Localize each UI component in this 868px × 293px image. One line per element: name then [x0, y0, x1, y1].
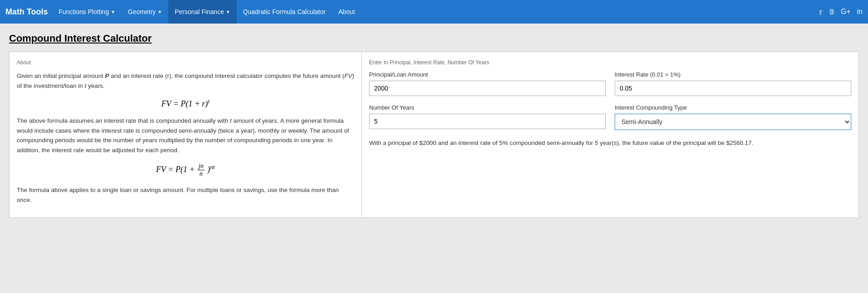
principal-input[interactable] [369, 81, 606, 96]
compounding-label: Interest Compounding Type [615, 104, 851, 111]
nav-item-personal-finance[interactable]: Personal Finance ▼ [168, 0, 237, 24]
geometry-dropdown-icon: ▼ [157, 10, 162, 14]
navbar: Math Tools Functions Plotting ▼ Geometry… [0, 0, 868, 24]
functions-plotting-dropdown-icon: ▼ [111, 10, 115, 14]
nav-items: Functions Plotting ▼ Geometry ▼ Personal… [52, 0, 819, 24]
about-body: The above formula assumes an interest ra… [17, 116, 354, 155]
years-group: Number Of Years [369, 104, 606, 130]
years-label: Number Of Years [369, 104, 606, 111]
right-panel: Enter In Principal, Interest Rate, Numbe… [362, 52, 859, 218]
google-plus-icon[interactable]: G+ [841, 8, 851, 16]
right-panel-label: Enter In Principal, Interest Rate, Numbe… [369, 59, 851, 66]
compounding-group: Interest Compounding Type Annually Semi-… [615, 104, 851, 130]
twitter-icon[interactable]: 𝕣 [819, 8, 823, 16]
form-row-2: Number Of Years Interest Compounding Typ… [369, 104, 851, 130]
facebook-icon[interactable]: 𝔹 [829, 8, 835, 16]
linkedin-icon[interactable]: in [857, 8, 863, 16]
principal-label: Principal/Loan Amount [369, 71, 606, 78]
page-title: Compound Interest Calculator [9, 33, 859, 44]
formula2: FV = P(1 + jn n )nt [17, 163, 354, 178]
nav-item-geometry[interactable]: Geometry ▼ [122, 0, 168, 24]
personal-finance-dropdown-icon: ▼ [226, 10, 230, 14]
nav-item-about[interactable]: About [332, 0, 361, 24]
result-text: With a principal of $2000 and an interes… [369, 138, 851, 148]
left-panel-label: About [17, 59, 354, 66]
nav-item-functions-plotting[interactable]: Functions Plotting ▼ [52, 0, 122, 24]
nav-social: 𝕣 𝔹 G+ in [819, 8, 863, 16]
interest-input[interactable] [615, 81, 851, 96]
about-footer: The formula above applies to a single lo… [17, 185, 354, 205]
form-row-1: Principal/Loan Amount Interest Rate (0.0… [369, 71, 851, 96]
interest-group: Interest Rate (0.01 = 1%) [615, 71, 851, 96]
panels: About Given an initial principal amount … [9, 52, 859, 218]
left-panel: About Given an initial principal amount … [9, 52, 362, 218]
nav-brand: Math Tools [5, 7, 48, 17]
principal-group: Principal/Loan Amount [369, 71, 606, 96]
interest-label: Interest Rate (0.01 = 1%) [615, 71, 851, 78]
page-content: Compound Interest Calculator About Given… [0, 24, 868, 293]
about-intro: Given an initial principal amount P and … [17, 71, 354, 91]
nav-item-quadratic[interactable]: Quadratic Formula Calculator [237, 0, 332, 24]
formula1: FV = P(1 + r)t [17, 98, 354, 109]
years-input[interactable] [369, 114, 606, 129]
compounding-select[interactable]: Annually Semi-Annually Quarterly Monthly… [615, 114, 851, 130]
